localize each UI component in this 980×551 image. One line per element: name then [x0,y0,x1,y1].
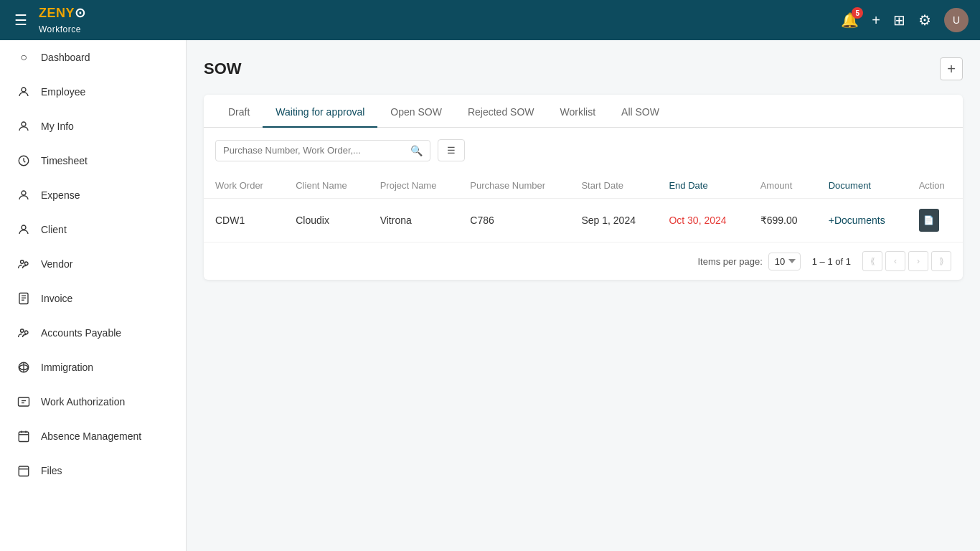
cell-document[interactable]: +Documents [817,199,908,242]
sidebar-label-absence-management: Absence Management [41,430,141,442]
menu-icon[interactable]: ☰ [11,9,30,32]
cell-action[interactable]: 📄 [908,199,963,242]
col-start-date: Start Date [570,173,657,199]
cell-end-date: Oct 30, 2024 [657,199,748,242]
col-work-order: Work Order [204,173,284,199]
sidebar-label-accounts-payable: Accounts Payable [41,327,121,339]
sidebar-label-immigration: Immigration [41,362,93,373]
toolbar: 🔍 ☰ [204,128,963,173]
col-purchase-number: Purchase Number [458,173,570,199]
logo: ZENY⊙ Workforce [39,5,86,36]
tabs-bar: DraftWaiting for approvalOpen SOWRejecte… [204,95,963,128]
my-info-icon [17,119,31,133]
last-page-button[interactable]: ⟫ [931,251,951,271]
absence-management-icon [17,429,31,443]
grid-icon[interactable]: ⊞ [893,11,905,29]
tab-open-sow[interactable]: Open SOW [377,95,455,128]
avatar[interactable]: U [944,8,969,32]
header: ☰ ZENY⊙ Workforce 🔔 5 + ⊞ ⚙ U [0,0,980,40]
add-icon[interactable]: + [872,12,880,29]
search-icon: 🔍 [410,145,423,156]
vendor-icon [17,257,31,271]
svg-point-6 [25,262,29,265]
first-page-button[interactable]: ⟪ [862,251,882,271]
svg-point-3 [22,191,26,195]
page-nav: ⟪ ‹ › ⟫ [862,251,951,271]
add-sow-button[interactable]: + [940,57,963,80]
timesheet-icon [17,154,31,168]
col-action: Action [908,173,963,199]
sidebar-label-my-info: My Info [41,121,74,132]
cell-start-date: Sep 1, 2024 [570,199,657,242]
tab-waiting-for-approval[interactable]: Waiting for approval [263,95,377,128]
table-row: CDW1 Cloudix Vitrona C786 Sep 1, 2024 Oc… [204,199,963,242]
col-end-date: End Date [657,173,748,199]
search-input[interactable] [223,145,405,156]
sidebar-item-accounts-payable[interactable]: Accounts Payable [0,316,186,350]
col-client-name: Client Name [284,173,368,199]
sidebar-item-invoice[interactable]: Invoice [0,281,186,316]
items-per-page-label: Items per page: [697,256,762,267]
sidebar-item-vendor[interactable]: Vendor [0,247,186,281]
prev-page-button[interactable]: ‹ [885,251,905,271]
sidebar-item-my-info[interactable]: My Info [0,109,186,143]
cell-purchase-number: C786 [458,199,570,242]
client-icon [17,222,31,237]
tab-all-sow[interactable]: All SOW [608,95,672,128]
page-info: 1 – 1 of 1 [812,256,851,267]
next-page-button[interactable]: › [908,251,928,271]
sidebar-label-vendor: Vendor [41,258,72,270]
header-actions: 🔔 5 + ⊞ ⚙ U [841,8,969,32]
files-icon [17,463,31,478]
sidebar-label-employee: Employee [41,86,85,98]
sidebar-item-immigration[interactable]: Immigration [0,350,186,385]
dashboard-icon: ○ [17,50,31,65]
cell-project-name: Vitrona [369,199,459,242]
immigration-icon [17,360,31,375]
cell-amount: ₹699.00 [749,199,817,242]
tab-rejected-sow[interactable]: Rejected SOW [455,95,547,128]
page-header: SOW + [204,57,963,80]
svg-point-11 [21,329,24,333]
table-wrap: Work OrderClient NameProject NamePurchas… [204,173,963,242]
sidebar-item-client[interactable]: Client [0,212,186,247]
cell-client-name: Cloudix [284,199,368,242]
sidebar-label-timesheet: Timesheet [41,155,88,166]
sidebar-label-dashboard: Dashboard [41,52,90,63]
svg-point-1 [22,122,26,126]
svg-rect-22 [19,466,29,476]
sidebar-item-dashboard[interactable]: ○ Dashboard [0,40,186,75]
sidebar: ○ Dashboard Employee My Info Timesheet E… [0,40,187,551]
sidebar-scroll: ○ Dashboard Employee My Info Timesheet E… [0,40,186,551]
sidebar-item-work-authorization[interactable]: Work Authorization [0,385,186,419]
sidebar-item-files[interactable]: Files [0,453,186,488]
sidebar-item-expense[interactable]: Expense [0,178,186,212]
notification-button[interactable]: 🔔 5 [841,11,859,29]
svg-point-5 [21,260,24,264]
svg-point-4 [22,225,26,230]
tab-worklist[interactable]: Worklist [547,95,609,128]
col-document: Document [817,173,908,199]
action-doc-icon[interactable]: 📄 [919,209,939,232]
svg-rect-7 [19,293,28,304]
sidebar-label-client: Client [41,224,67,235]
tab-draft[interactable]: Draft [215,95,263,128]
sidebar-item-timesheet[interactable]: Timesheet [0,143,186,178]
page-title: SOW [204,60,242,78]
pagination: Items per page: 5102550 1 – 1 of 1 ⟪ ‹ ›… [204,242,963,280]
svg-point-12 [25,331,29,334]
filter-button[interactable]: ☰ [438,139,465,161]
sidebar-item-employee[interactable]: Employee [0,75,186,109]
col-project-name: Project Name [369,173,459,199]
settings-icon[interactable]: ⚙ [918,11,931,29]
notification-badge: 5 [852,7,863,19]
per-page-select[interactable]: 5102550 [768,253,801,270]
per-page-section: Items per page: 5102550 [697,253,800,270]
sow-table: Work OrderClient NameProject NamePurchas… [204,173,963,242]
accounts-payable-icon [17,326,31,340]
sidebar-item-absence-management[interactable]: Absence Management [0,419,186,453]
sow-card: DraftWaiting for approvalOpen SOWRejecte… [204,95,963,280]
documents-link[interactable]: +Documents [829,215,885,226]
svg-rect-18 [19,432,29,442]
sidebar-label-work-authorization: Work Authorization [41,396,125,408]
